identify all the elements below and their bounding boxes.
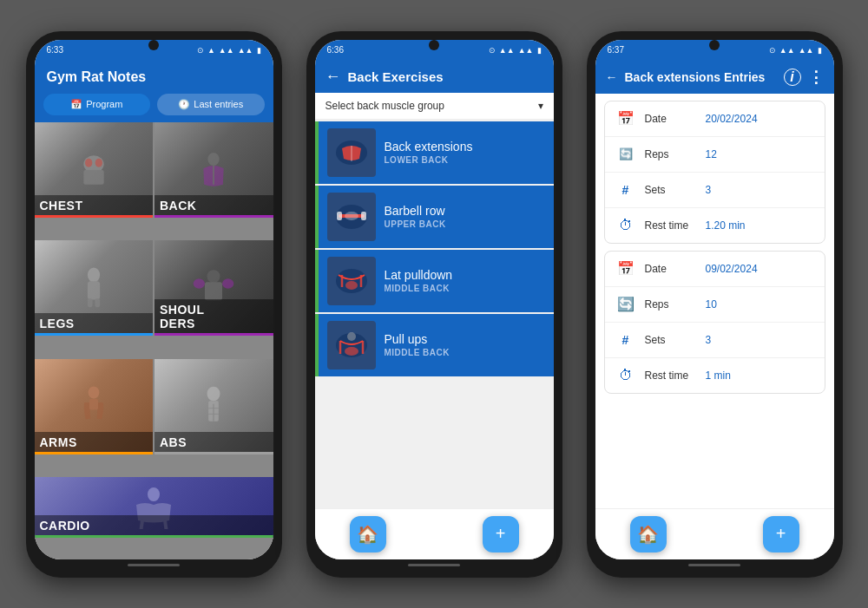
notch-1 [148,40,159,50]
muscle-card-arms[interactable]: ARMS [35,359,154,454]
exercise-item-back-ext[interactable]: Back extensions LOWER BACK [315,121,554,184]
time-3: 6:37 [608,45,624,55]
back-silhouette [192,148,235,192]
rest-label-1: Rest time [645,219,697,232]
calendar-icon-1: 📅 [615,108,636,129]
entry-row-reps-1: 🔄 Reps 12 [605,137,825,173]
legs-silhouette [72,266,115,310]
alarm-icon: ⊙ [197,46,204,55]
muscle-card-back[interactable]: BACK [155,122,273,218]
status-icons-1: ⊙ ▲ ▲▲ ▲▲ ▮ [197,46,261,55]
alarm-icon-3: ⊙ [769,46,776,55]
svg-point-10 [207,270,220,283]
pull-ups-illustration [330,324,373,367]
exercise-name-lat-pulldown: Lat pulldown [385,268,545,282]
muscle-card-chest[interactable]: CHEST [35,122,154,218]
svg-point-21 [148,487,160,501]
abs-silhouette [192,385,235,428]
tabs-bar: 📅 Program 🕐 Last entries [35,94,273,122]
svg-point-12 [222,278,233,289]
svg-point-32 [345,281,358,290]
svg-rect-7 [88,281,100,299]
abs-underline [155,452,273,454]
back-ext-illustration [330,131,373,174]
exercise-thumb-pull-ups [327,321,376,369]
svg-rect-13 [205,282,222,300]
entry-row-date-2: 📅 Date 09/02/2024 [605,252,825,287]
program-icon: 📅 [70,99,82,110]
muscle-card-abs[interactable]: ABS [155,359,273,454]
muscle-card-legs[interactable]: LEGS [35,240,154,336]
tab-last-entries-label: Last entries [194,99,243,109]
date-value-2: 09/02/2024 [706,263,758,275]
tab-program[interactable]: 📅 Program [43,94,151,115]
reps-value-2: 10 [706,298,717,311]
exercise-thumb-lat-pulldown [327,257,376,305]
muscle-card-shoulders[interactable]: SHOULDERS [155,240,273,336]
exercise-name-back-ext: Back extensions [385,140,545,154]
entry-row-sets-2: # Sets 3 [605,323,825,358]
rest-value-1: 1.20 min [706,219,746,232]
entry-card-2: 📅 Date 09/02/2024 🔄 Reps 10 # Sets 3 ⏱ R… [604,251,825,394]
exercise-name-pull-ups: Pull ups [385,332,545,346]
home-button-3[interactable]: 🏠 [630,516,667,552]
sets-icon-2: # [615,330,636,350]
app-title: Gym Rat Notes [47,69,147,84]
svg-point-34 [345,347,358,356]
exercise-muscle-barbell-row: UPPER BACK [385,219,545,229]
date-value-1: 20/02/2024 [706,113,758,125]
exercise-item-lat-pulldown[interactable]: Lat pulldown MIDDLE BACK [315,250,554,312]
phone-1: 6:33 ⊙ ▲ ▲▲ ▲▲ ▮ Gym Rat Notes 📅 Program… [26,31,282,578]
more-options-icon[interactable]: ⋮ [808,68,824,87]
add-button-3[interactable]: + [763,516,799,552]
sets-label-2: Sets [645,334,697,346]
rest-label-2: Rest time [645,369,697,382]
back-exercises-header: ← Back Exercises [315,61,554,93]
svg-rect-28 [337,212,342,220]
location-icon: ▲ [207,46,215,55]
back-button-2[interactable]: ← [326,68,341,86]
add-button-2[interactable]: + [483,516,519,552]
svg-rect-8 [88,298,93,307]
exercise-info-pull-ups: Pull ups MIDDLE BACK [385,332,545,357]
info-icon[interactable]: i [784,69,801,86]
wifi-icon: ▲▲ [219,46,234,55]
sets-icon-1: # [615,180,636,200]
muscle-group-dropdown[interactable]: Select back muscle group ▾ [315,93,554,120]
exercise-info-lat-pulldown: Lat pulldown MIDDLE BACK [385,268,545,293]
phone-2: 6:36 ⊙ ▲▲ ▲▲ ▮ ← Back Exercises Select b… [306,31,562,578]
exercise-item-pull-ups[interactable]: Pull ups MIDDLE BACK [315,314,554,376]
calendar-icon-2: 📅 [615,258,636,279]
time-1: 6:33 [47,45,63,55]
home-icon-2: 🏠 [357,524,378,545]
exercise-list: Back extensions LOWER BACK Barbell r [315,120,554,508]
entry-card-1: 📅 Date 20/02/2024 🔄 Reps 12 # Sets 3 ⏱ R… [604,101,825,244]
reps-label-1: Reps [645,148,697,160]
reps-icon-1: 🔄 [615,144,636,165]
battery-icon-1: ▮ [257,46,261,55]
home-button-2[interactable]: 🏠 [350,516,386,552]
svg-point-6 [88,267,100,282]
back-button-3[interactable]: ← [606,70,618,84]
date-label-2: Date [645,263,697,275]
status-icons-2: ⊙ ▲▲ ▲▲ ▮ [489,46,542,55]
app-header-1: Gym Rat Notes [35,61,273,94]
arms-silhouette [72,385,115,428]
entry-row-sets-1: # Sets 3 [605,173,825,208]
notch-2 [429,40,439,50]
chest-silhouette [72,148,115,192]
rest-value-2: 1 min [706,369,731,382]
tab-program-label: Program [86,99,122,109]
tab-last-entries[interactable]: 🕐 Last entries [157,94,265,115]
exercise-thumb-back-ext [327,128,376,177]
last-entries-icon: 🕐 [178,99,190,110]
muscle-card-cardio[interactable]: CARDIO [35,477,273,538]
footer-2: 🏠 + [315,508,554,559]
svg-rect-29 [361,212,366,220]
exercise-muscle-back-ext: LOWER BACK [385,155,545,165]
reps-icon-2: 🔄 [615,294,636,315]
alarm-icon-2: ⊙ [489,46,496,55]
entry-row-rest-2: ⏱ Rest time 1 min [605,358,825,393]
exercise-item-barbell-row[interactable]: Barbell row UPPER BACK [315,186,554,248]
svg-point-2 [85,158,92,167]
